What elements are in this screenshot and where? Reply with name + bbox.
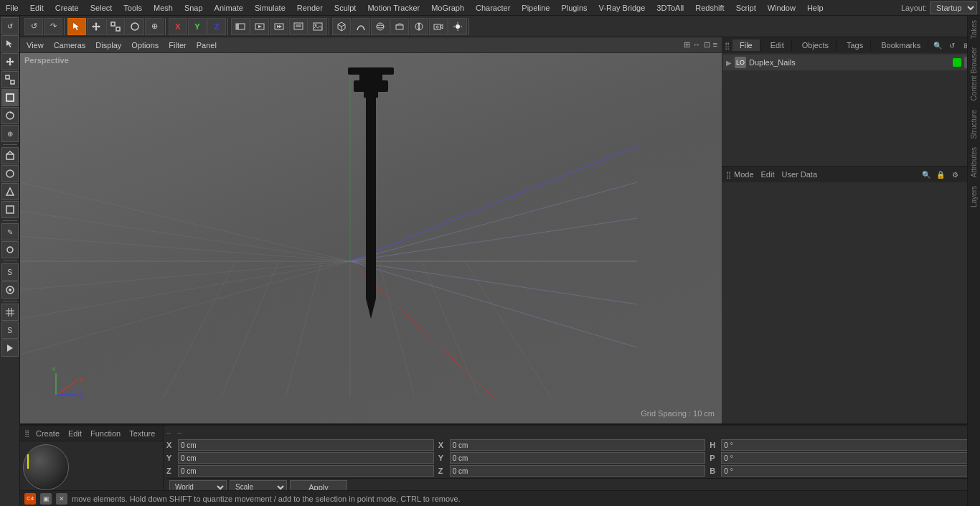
camera-btn[interactable]: [429, 18, 448, 35]
vp-icon-4[interactable]: ≡: [713, 40, 717, 50]
coord-x-input[interactable]: [178, 439, 434, 451]
object-color[interactable]: [953, 58, 961, 67]
layers-tab[interactable]: Layers: [969, 182, 979, 212]
layout-dropdown[interactable]: Startup: [930, 1, 977, 14]
menu-pipeline[interactable]: Pipeline: [516, 2, 555, 14]
coord-p-input[interactable]: [721, 452, 977, 464]
menu-snap[interactable]: Snap: [179, 2, 209, 14]
attrib-lock-icon[interactable]: 🔒: [934, 168, 947, 181]
material-swatch[interactable]: [23, 444, 69, 490]
light-btn[interactable]: [448, 18, 467, 35]
menu-mesh[interactable]: Mesh: [148, 2, 179, 14]
menu-sculpt[interactable]: Sculpt: [329, 2, 362, 14]
object-row-duplex[interactable]: ▶ LO Duplex_Nails ●: [723, 55, 979, 70]
rot-tb-btn[interactable]: [126, 18, 144, 35]
mat-texture-menu[interactable]: Texture: [127, 428, 157, 439]
s2-btn[interactable]: S: [1, 322, 19, 339]
transform-button[interactable]: ⊕: [1, 125, 19, 142]
vp-menu-cameras[interactable]: Cameras: [52, 40, 88, 50]
poly-mode-btn[interactable]: [1, 165, 19, 182]
s-btn[interactable]: S: [1, 263, 19, 281]
undo-tb-btn[interactable]: ↺: [24, 18, 43, 35]
rotate2-button[interactable]: [1, 107, 19, 124]
vp-icon-2[interactable]: ↔: [693, 40, 701, 50]
objects-objects-tab[interactable]: Objects: [795, 39, 837, 51]
mat-function-menu[interactable]: Function: [88, 428, 123, 439]
content-browser-tab[interactable]: Content Browser: [969, 43, 979, 105]
attrib-search-icon[interactable]: 🔍: [920, 168, 933, 181]
mat-create-menu[interactable]: Create: [34, 428, 62, 439]
menu-motion-tracker[interactable]: Motion Tracker: [362, 2, 425, 14]
structure-tab[interactable]: Structure: [969, 106, 979, 144]
cube-btn[interactable]: [332, 18, 351, 35]
objects-tags-tab[interactable]: Tags: [839, 39, 871, 51]
point-mode-btn[interactable]: [1, 201, 19, 218]
nurbs-btn[interactable]: [371, 18, 390, 35]
objects-file-tab[interactable]: File: [732, 39, 760, 51]
select-button[interactable]: [1, 35, 19, 52]
transform-tb-btn[interactable]: ⊕: [145, 18, 164, 35]
menu-redshift[interactable]: Redshift: [689, 2, 730, 14]
menu-create[interactable]: Create: [50, 2, 85, 14]
menu-vray[interactable]: V-Ray Bridge: [593, 2, 651, 14]
attrib-mode-tab[interactable]: Mode: [734, 170, 754, 179]
menu-file[interactable]: File: [0, 2, 24, 14]
coord-b-input[interactable]: [721, 465, 977, 477]
refresh-icon[interactable]: ↺: [946, 39, 958, 52]
axis-z-btn[interactable]: Z: [207, 18, 226, 35]
menu-window[interactable]: Window: [762, 2, 801, 14]
menu-script[interactable]: Script: [730, 2, 762, 14]
undo-button[interactable]: ↺: [1, 17, 19, 34]
menu-render[interactable]: Render: [291, 2, 329, 14]
viewport[interactable]: View Cameras Display Options Filter Pane…: [20, 37, 722, 423]
vp-menu-options[interactable]: Options: [129, 40, 161, 50]
mat-edit-menu[interactable]: Edit: [66, 428, 84, 439]
menu-3dtoall[interactable]: 3DToAll: [651, 2, 689, 14]
coord-sy-input[interactable]: [450, 452, 706, 464]
attributes-tab[interactable]: Attributes: [969, 143, 979, 182]
rotate-button[interactable]: [1, 89, 19, 106]
circle-btn[interactable]: [1, 241, 19, 258]
axis-x-btn[interactable]: X: [169, 18, 187, 35]
menu-mograph[interactable]: MoGraph: [425, 2, 470, 14]
circle2-btn[interactable]: [1, 281, 19, 299]
vp-menu-filter[interactable]: Filter: [166, 40, 188, 50]
menu-character[interactable]: Character: [470, 2, 516, 14]
edge-mode-btn[interactable]: [1, 183, 19, 200]
play-btn[interactable]: [1, 339, 19, 357]
vp-menu-view[interactable]: View: [24, 40, 46, 50]
search-icon[interactable]: 🔍: [931, 39, 944, 52]
vp-icon-3[interactable]: ⊡: [704, 40, 710, 50]
takes-tab[interactable]: Takes: [969, 37, 979, 43]
attrib-settings-icon[interactable]: ⚙: [948, 168, 961, 181]
grid-btn[interactable]: [1, 304, 19, 321]
render-btn[interactable]: [250, 18, 269, 35]
redo-tb-btn[interactable]: ↷: [44, 18, 62, 35]
env-btn[interactable]: [410, 18, 428, 35]
menu-help[interactable]: Help: [801, 2, 829, 14]
select-tb-btn[interactable]: [67, 18, 86, 35]
move-button[interactable]: [1, 53, 19, 70]
scale-tb-btn[interactable]: [106, 18, 125, 35]
menu-plugins[interactable]: Plugins: [555, 2, 593, 14]
pen-btn[interactable]: ✎: [1, 223, 19, 240]
coord-sz-input[interactable]: [450, 465, 706, 477]
attrib-userdata-tab[interactable]: User Data: [782, 170, 818, 179]
menu-edit[interactable]: Edit: [24, 2, 50, 14]
menu-simulate[interactable]: Simulate: [249, 2, 291, 14]
menu-select[interactable]: Select: [85, 2, 118, 14]
render-all-btn[interactable]: [270, 18, 288, 35]
object-mode-btn[interactable]: [1, 147, 19, 164]
vp-icon-1[interactable]: ⊞: [684, 40, 690, 50]
move-tb-btn[interactable]: [87, 18, 105, 35]
coord-h-input[interactable]: [721, 439, 977, 451]
objects-edit-tab[interactable]: Edit: [763, 39, 792, 51]
menu-tools[interactable]: Tools: [118, 2, 148, 14]
coord-y-input[interactable]: [178, 452, 434, 464]
objects-bookmarks-tab[interactable]: Bookmarks: [874, 39, 928, 51]
scale-button[interactable]: [1, 71, 19, 88]
render-queue-btn[interactable]: [289, 18, 308, 35]
viewport-canvas[interactable]: Perspective: [20, 53, 722, 423]
coord-sx-input[interactable]: [450, 439, 706, 451]
attrib-edit-tab[interactable]: Edit: [761, 170, 775, 179]
